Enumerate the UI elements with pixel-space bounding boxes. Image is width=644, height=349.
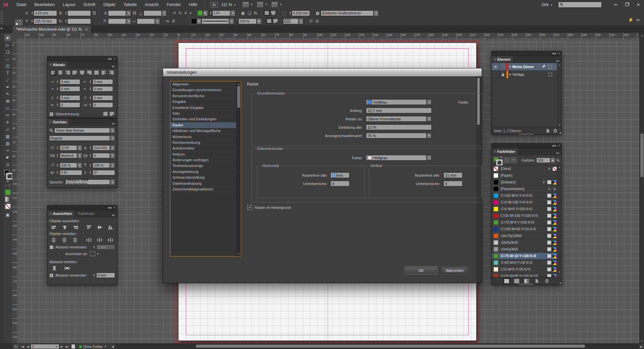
vertical-ruler[interactable]: 0102030405060708090100110120130140150160…	[12, 40, 18, 343]
field-stepper[interactable]: ▲▼	[89, 103, 92, 107]
vertical-scrollbar[interactable]: ▲ ▼	[639, 33, 644, 343]
v-rasterlinie-field[interactable]: 21 mm	[443, 172, 463, 178]
first-line-indent-field[interactable]: 0 mm	[60, 86, 80, 92]
stroke-proxy-swatch[interactable]	[496, 160, 502, 166]
hand-tool[interactable]: ☛	[4, 154, 11, 161]
use-spacing2-checkbox[interactable]: ✓	[49, 273, 54, 278]
formatting-container-button[interactable]: □	[504, 158, 509, 163]
swap-fill-stroke-icon[interactable]: ⇄	[6, 179, 9, 183]
selection-tool[interactable]: ➤	[4, 34, 11, 41]
close-panel-icon[interactable]: ✕	[113, 206, 116, 209]
swatch-row[interactable]: C=0 M=5 Y=25 K=0	[492, 266, 561, 273]
y-stepper[interactable]: ▲▼	[31, 19, 34, 23]
swatch-row[interactable]: C=75 M=10 Y=100 K=0	[492, 253, 561, 259]
menu-objekt[interactable]: Objekt	[99, 0, 119, 9]
drop-cap-lines-field[interactable]: 0	[60, 102, 80, 108]
scroll-down-icon[interactable]: ▼	[557, 270, 561, 274]
menu-bearbeiten[interactable]: Bearbeiten	[31, 0, 59, 9]
select-container-icon[interactable]: P	[184, 11, 187, 16]
height-field[interactable]	[67, 18, 91, 24]
menu-tabelle[interactable]: Tabelle	[119, 0, 141, 9]
fx-menu[interactable]: fx.	[254, 11, 258, 15]
field-stepper[interactable]: ▲▼	[89, 96, 92, 100]
distribute-vcenter-button[interactable]	[61, 237, 68, 243]
corner-radius-stepper[interactable]: ▲▼	[289, 11, 292, 15]
next-page-icon[interactable]: ▶	[61, 345, 63, 348]
menu-ansicht[interactable]: Ansicht	[141, 0, 163, 9]
drop-cap-chars-field[interactable]: 0	[93, 102, 113, 108]
x-stepper[interactable]: ▲▼	[31, 11, 34, 15]
chevron-down-icon[interactable]: ▼	[229, 18, 234, 24]
chevron-down-icon[interactable]: ▼	[110, 135, 115, 141]
scroll-up-icon[interactable]: ▲	[640, 33, 644, 38]
preferences-section-6[interactable]: Einheiten und Einteilungen	[170, 116, 241, 122]
border-button[interactable]	[109, 111, 115, 117]
list-scrollbar[interactable]: ▲ ▼	[236, 81, 241, 256]
menu-hilfe[interactable]: Hilfe	[185, 0, 201, 9]
stroke-weight-field[interactable]: 1 Pt	[212, 10, 230, 16]
swatch-row[interactable]: C=60 M=0 Y=30 K=0	[492, 259, 561, 266]
distribute-right-button[interactable]	[107, 237, 114, 243]
menu-schrift[interactable]: Schrift	[79, 0, 99, 9]
baseline-field[interactable]: 0 Pt	[60, 170, 82, 175]
layer-row[interactable]: ▶Meine Ebene	[492, 63, 557, 71]
preferences-section-2[interactable]: Benutzeroberfläche	[170, 93, 241, 99]
font-size-stepper[interactable]: ▲▼	[56, 146, 59, 150]
chevron-down-icon[interactable]: ▼	[427, 155, 432, 161]
chevron-down-icon[interactable]: ▼	[374, 10, 379, 16]
vscale-field[interactable]: 100 %	[60, 163, 77, 168]
preferences-section-15[interactable]: Anzeigeleistung	[170, 169, 241, 175]
stroke-color-swatch[interactable]	[191, 18, 197, 24]
baseline-stepper[interactable]: ▲▼	[56, 171, 59, 174]
expander-icon[interactable]: ▶	[509, 73, 511, 76]
rotate-ccw-icon[interactable]: ↺	[172, 11, 176, 15]
distribute-hspace-button[interactable]	[64, 266, 70, 271]
screen-mode-button[interactable]: ▣	[4, 211, 11, 218]
scale-x-field[interactable]	[108, 10, 126, 16]
gradient-tool[interactable]: ▱	[4, 126, 11, 133]
rotation-field[interactable]	[144, 10, 162, 16]
preferences-section-9[interactable]: Wörterbuch	[170, 134, 241, 140]
tracking-stepper[interactable]: ▲▼	[89, 154, 92, 157]
corner-radius-field[interactable]: 4,233 mm	[292, 10, 310, 16]
menu-fenster[interactable]: Fenster	[163, 0, 185, 9]
swatch-row[interactable]: [Passermarken]✗⊕	[492, 186, 561, 192]
skew-stepper[interactable]: ▲▼	[89, 171, 92, 174]
justify-center-button[interactable]	[79, 70, 86, 75]
swatch-row[interactable]: C=15 M=100 Y=100 K=0	[492, 213, 561, 219]
search-input[interactable]	[564, 2, 598, 7]
field-stepper[interactable]: ▲▼	[56, 87, 59, 91]
swatch-row[interactable]: C=100 M=0 Y=0 K=0	[492, 192, 561, 199]
height-stepper[interactable]: ▲▼	[64, 19, 67, 23]
wrap-bounding-button[interactable]	[272, 18, 279, 24]
show-color-swatches-button[interactable]	[513, 278, 520, 284]
user-menu[interactable]: Dirk▼	[542, 2, 553, 7]
language-field[interactable]: Deutsch: 2006 Rechtschreibr...	[65, 179, 110, 185]
field-stepper[interactable]: ▲▼	[56, 96, 59, 100]
preferences-section-8[interactable]: Hilfslinien und Montagefläche	[170, 128, 241, 134]
scroll-down-icon[interactable]: ▼	[236, 251, 241, 256]
new-swatch-button[interactable]	[533, 278, 540, 284]
preferences-section-10[interactable]: Rechtschreibung	[170, 140, 241, 146]
layer-name[interactable]: ▶Vorlage	[509, 72, 548, 76]
scissors-tool[interactable]: ✂	[4, 112, 11, 119]
shading-button[interactable]	[102, 111, 109, 117]
justify-left-button[interactable]	[72, 70, 78, 75]
ok-button[interactable]: OK	[405, 267, 437, 274]
chevron-down-icon[interactable]: ▼	[77, 145, 82, 151]
tint-field[interactable]: 100	[536, 158, 550, 163]
fill-color-swatch[interactable]	[198, 10, 203, 16]
preferences-section-14[interactable]: Textmodusanzeige	[170, 163, 241, 169]
structure-toggle-icon[interactable]: ↻	[14, 345, 18, 349]
tab-farbfelder[interactable]: ◊Farbfelder	[492, 148, 518, 155]
chevron-down-icon[interactable]: ▼	[110, 179, 115, 185]
preferences-section-13[interactable]: Änderungen verfolgen	[170, 157, 241, 163]
screen-mode-dropdown[interactable]: ▼	[257, 2, 268, 7]
swatches-scrollbar[interactable]: ▲ ▼	[557, 165, 561, 274]
show-gradient-swatches-button[interactable]	[523, 278, 530, 284]
raster-hintergrund-checkbox[interactable]: ✓	[247, 205, 252, 210]
select-content-icon[interactable]: ⌖	[190, 11, 192, 15]
hyphenate-checkbox[interactable]: ✓	[49, 112, 54, 116]
distribute-left-button[interactable]	[86, 237, 92, 243]
preferences-section-11[interactable]: Autokorrektur	[170, 146, 241, 151]
